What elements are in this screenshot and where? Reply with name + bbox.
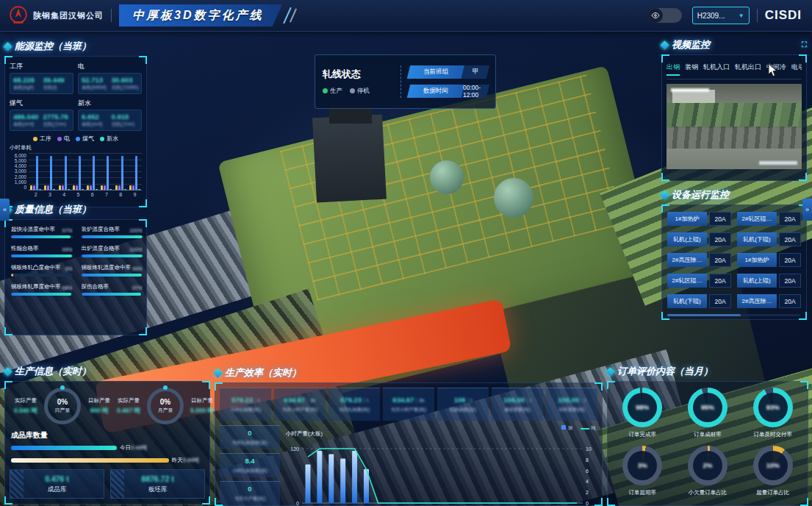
- collapse-left-tab[interactable]: «: [0, 199, 10, 221]
- energy-value: 39.449: [43, 76, 71, 84]
- donut-value: 98%: [636, 404, 649, 411]
- stock-card-成品库[interactable]: 0.476 t成品库: [10, 469, 104, 499]
- energy-x-axis: 23456789: [29, 192, 142, 197]
- efficiency-unit: t: [255, 398, 259, 403]
- video-feed[interactable]: [667, 84, 802, 169]
- order-kpi: 3%订单超期率: [622, 446, 662, 496]
- ring-label: 月产量: [158, 407, 173, 414]
- device-item: 1#加热炉20A: [737, 253, 801, 267]
- expand-icon[interactable]: ⛶: [802, 40, 807, 49]
- quality-percent: 98%: [62, 285, 73, 291]
- corner-bracket: [800, 381, 808, 389]
- device-scrollbar-thumb[interactable]: [667, 314, 741, 316]
- device-item: 轧机(下辊)20A: [737, 232, 801, 246]
- energy-group: 电52.71330.603单耗(kWh/t)总耗(万kWh): [78, 61, 142, 94]
- order-kpi: 10%超量订单占比: [753, 446, 793, 496]
- efficiency-label: 当日轧制量(吨): [339, 407, 370, 413]
- stock-card-板坯库[interactable]: 8876.72 t板坯库: [110, 469, 205, 499]
- page-title: 中厚板3D数字化产线: [119, 4, 282, 26]
- efficiency-label: 坯料重量(吨): [558, 407, 585, 413]
- bar: [135, 156, 137, 190]
- energy-group-card: 52.71330.603单耗(kWh/t)总耗(万kWh): [78, 73, 142, 94]
- view-dropdown[interactable]: H2309... ▼: [692, 7, 750, 24]
- video-tab-装钢[interactable]: 装钢: [685, 63, 698, 76]
- quality-label: 探伤合格率: [82, 283, 109, 291]
- device-value: 20A: [709, 212, 731, 226]
- efficiency-card: 634.67t/h当日小时产量(吨): [383, 388, 434, 421]
- quality-panel-body: 超快冷温度命中率97%装炉温度合格率100%性能合格率99%出炉温度合格率100…: [4, 219, 147, 335]
- rail-badge-label: 当前班组: [407, 65, 464, 79]
- production-panel: 生产信息（实时） 实际产量0.045 吨0%日产量目标产量900 吨实际产量0.…: [4, 365, 210, 505]
- efficiency-side-card: 8.4小时轧制块数(块): [220, 453, 280, 477]
- bar: [129, 185, 132, 190]
- axis-tick: 4,000: [10, 163, 26, 168]
- progress-fill: [11, 274, 13, 277]
- efficiency-value: 106.00t: [503, 396, 531, 404]
- rail-legend-item: 停机: [350, 87, 370, 96]
- svg-text:0: 0: [586, 501, 589, 506]
- bar: [107, 156, 109, 190]
- donut-center: 3%: [628, 451, 657, 480]
- mouse-cursor: [768, 63, 777, 77]
- bar: [65, 156, 67, 190]
- order-kpi: 2%小欠量订单占比: [688, 446, 727, 496]
- quality-percent: 99%: [62, 247, 73, 252]
- device-item: 2#轧区辊…20A: [667, 274, 731, 288]
- target-label: 目标产量: [187, 397, 217, 405]
- video-tab-出钢[interactable]: 出钢: [667, 63, 680, 76]
- target-column: 目标产量900 吨: [85, 397, 114, 416]
- donut-label: 订单完成率: [629, 431, 657, 438]
- corner-bracket: [799, 54, 807, 63]
- donut-chart: 93%: [753, 388, 793, 427]
- progress-track: [82, 235, 143, 238]
- energy-group-name: 电: [78, 62, 142, 71]
- bar: [50, 156, 52, 190]
- svg-text:10: 10: [586, 446, 592, 452]
- efficiency-card: 106.00t单块重量(吨): [492, 388, 543, 421]
- progress-track: [11, 274, 73, 277]
- svg-text:2: 2: [586, 490, 589, 495]
- donut-label: 订单及时交付率: [753, 431, 792, 438]
- device-monitor-panel: 设备运行监控 1#加热炉20A2#轧区辊…20A轧机(上辊)20A轧机(下辊)2…: [661, 188, 807, 310]
- progress-track: [11, 235, 73, 238]
- axis-tick: 0: [10, 185, 26, 190]
- device-label: 1#加热炉: [737, 253, 777, 267]
- video-tab-轧机出口[interactable]: 轧机出口: [735, 63, 761, 76]
- ring-percent: 0%: [160, 398, 170, 406]
- device-value: 20A: [779, 294, 801, 308]
- quality-panel-title: 质量信息（当班）: [15, 203, 91, 216]
- donut-center: 98%: [628, 393, 657, 422]
- dashboard: 陕钢集团汉钢公司 中厚板3D数字化产线 H2309... ▼ CISDI 能源监…: [0, 0, 812, 506]
- rail-badge: 数据时间00:00-12:00: [407, 85, 489, 98]
- efficiency-side-card: 0当班轧制块数(块): [220, 425, 280, 449]
- donut-center: 10%: [758, 451, 788, 480]
- device-item: 轧机(上辊)20A: [667, 232, 731, 246]
- stock-title: 成品库数量: [11, 430, 205, 441]
- energy-chart-ylabel: 小时单耗: [10, 144, 142, 152]
- quality-percent: 97%: [62, 228, 73, 233]
- bar-group: [59, 153, 70, 190]
- axis-tick: 1,000: [10, 179, 26, 185]
- bar: [53, 189, 55, 190]
- donut-value: 2%: [703, 462, 712, 469]
- company-name: 陕钢集团汉钢公司: [33, 10, 104, 21]
- visibility-toggle[interactable]: [648, 8, 682, 23]
- bar: [115, 185, 118, 190]
- quality-label: 出炉温度合格率: [82, 245, 121, 252]
- corner-bracket: [799, 312, 807, 320]
- video-art: [667, 103, 802, 128]
- corner-bracket: [4, 56, 12, 64]
- energy-group-name: 煤气: [10, 99, 73, 108]
- collapse-right-tab[interactable]: »: [802, 199, 812, 221]
- device-panel-title: 设备运行监控: [672, 188, 729, 202]
- energy-panel-body: 工序68.22639.449单耗(kg/t)总耗(t)电52.71330.603…: [4, 56, 147, 207]
- video-tab-轧机入口[interactable]: 轧机入口: [703, 63, 730, 76]
- video-tab-电动辊[interactable]: 电动辊: [791, 63, 802, 76]
- stock-bar-label: 昨天5.89吨: [172, 457, 199, 464]
- donut-label: 小欠量订单占比: [689, 489, 727, 496]
- status-dot-icon: [323, 88, 328, 93]
- axis-tick: 6: [91, 192, 94, 197]
- donut-value: 93%: [766, 404, 780, 411]
- legend-swatch: [581, 428, 589, 430]
- donut-center: 93%: [758, 393, 788, 422]
